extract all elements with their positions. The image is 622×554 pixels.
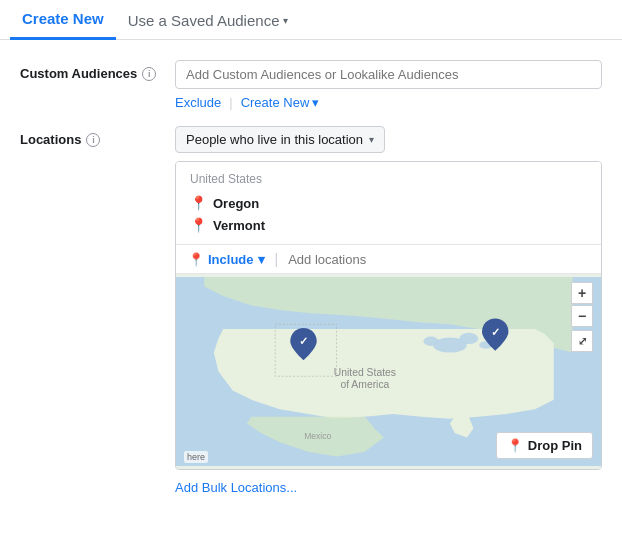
location-type-dropdown[interactable]: People who live in this location ▾ — [175, 126, 385, 153]
svg-text:✓: ✓ — [491, 326, 500, 338]
add-locations-input[interactable] — [288, 252, 589, 267]
tab-bar: Create New Use a Saved Audience ▾ — [0, 0, 622, 40]
exclude-create-row: Exclude | Create New ▾ — [175, 95, 602, 110]
location-box: United States 📍 Oregon 📍 Vermont 📍 Inclu… — [175, 161, 602, 470]
svg-text:United States: United States — [334, 367, 396, 378]
vermont-pin-icon: 📍 — [190, 217, 207, 233]
include-separator: | — [275, 251, 279, 267]
locations-row: Locations i People who live in this loca… — [20, 126, 602, 499]
tab-saved-label: Use a Saved Audience — [128, 12, 280, 29]
oregon-label: Oregon — [213, 196, 259, 211]
location-item-oregon[interactable]: 📍 Oregon — [190, 192, 587, 214]
map-controls: + − ⤢ — [571, 282, 593, 352]
locations-control: People who live in this location ▾ Unite… — [175, 126, 602, 499]
svg-point-3 — [423, 337, 438, 346]
drop-pin-label: Drop Pin — [528, 438, 582, 453]
location-list: United States 📍 Oregon 📍 Vermont — [176, 162, 601, 244]
location-type-label: People who live in this location — [186, 132, 363, 147]
custom-audiences-control: Exclude | Create New ▾ — [175, 60, 602, 110]
location-dropdown-chevron: ▾ — [369, 134, 374, 145]
svg-text:of America: of America — [340, 380, 389, 391]
custom-audiences-row: Custom Audiences i Exclude | Create New … — [20, 60, 602, 110]
map-container: United States of America Mexico ✓ — [176, 274, 601, 469]
custom-audiences-info-icon[interactable]: i — [142, 67, 156, 81]
custom-audiences-input[interactable] — [175, 60, 602, 89]
create-new-chevron: ▾ — [312, 95, 319, 110]
svg-text:Mexico: Mexico — [304, 432, 331, 442]
include-chevron: ▾ — [258, 252, 265, 267]
svg-text:✓: ✓ — [299, 335, 308, 347]
zoom-out-button[interactable]: − — [571, 305, 593, 327]
custom-audiences-label: Custom Audiences i — [20, 60, 175, 81]
include-bar: 📍 Include ▾ | — [176, 244, 601, 274]
tab-use-saved[interactable]: Use a Saved Audience ▾ — [116, 2, 301, 39]
zoom-in-button[interactable]: + — [571, 282, 593, 304]
locations-label: Locations i — [20, 126, 175, 147]
locations-info-icon[interactable]: i — [86, 133, 100, 147]
location-country: United States — [190, 172, 587, 186]
vermont-label: Vermont — [213, 218, 265, 233]
tab-create-new[interactable]: Create New — [10, 0, 116, 40]
svg-point-2 — [459, 333, 478, 344]
fullscreen-button[interactable]: ⤢ — [571, 330, 593, 352]
tab-saved-chevron: ▾ — [283, 15, 288, 26]
create-new-link[interactable]: Create New ▾ — [241, 95, 320, 110]
drop-pin-button[interactable]: 📍 Drop Pin — [496, 432, 593, 459]
include-button[interactable]: 📍 Include ▾ — [188, 252, 265, 267]
here-watermark: here — [184, 451, 208, 463]
location-item-vermont[interactable]: 📍 Vermont — [190, 214, 587, 236]
exclude-link[interactable]: Exclude — [175, 95, 221, 110]
separator: | — [229, 95, 232, 110]
include-pin-icon: 📍 — [188, 252, 204, 267]
include-label: Include — [208, 252, 254, 267]
form-area: Custom Audiences i Exclude | Create New … — [0, 40, 622, 525]
add-bulk-locations-link[interactable]: Add Bulk Locations... — [175, 470, 602, 499]
oregon-pin-icon: 📍 — [190, 195, 207, 211]
drop-pin-icon: 📍 — [507, 438, 523, 453]
